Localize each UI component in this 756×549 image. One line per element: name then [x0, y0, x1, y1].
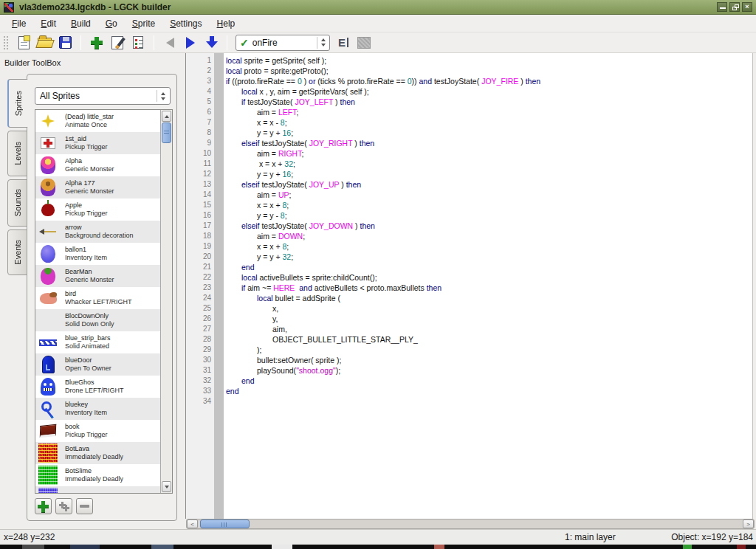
- sprite-list-item[interactable]: BlocDownOnlySolid Down Only: [35, 309, 160, 331]
- scroll-down-button[interactable]: [162, 481, 171, 492]
- code-line: x,: [224, 303, 752, 314]
- code-line: y,: [224, 314, 752, 324]
- sprite-icon-key: [38, 398, 58, 419]
- sprite-icon-book: [38, 421, 58, 441]
- edit-page-icon: [111, 36, 123, 49]
- event-script-selector[interactable]: ✓ onFire: [236, 35, 330, 51]
- sprite-type: Drone LEFT/RIGHT: [65, 387, 124, 395]
- sprite-list-item[interactable]: ApplePickup Trigger: [35, 198, 160, 221]
- add-sprite-button-panel[interactable]: [35, 498, 52, 514]
- restore-button[interactable]: [729, 2, 740, 12]
- hscrollbar-thumb[interactable]: [200, 519, 250, 528]
- sprite-list-item[interactable]: birdWhacker LEFT/RIGHT: [35, 287, 160, 309]
- line-number: 17: [186, 221, 211, 231]
- sprite-rows: (Dead) little_starAnimate Once1st_aidPic…: [35, 110, 160, 494]
- menu-file[interactable]: File: [4, 16, 33, 31]
- save-button[interactable]: [56, 34, 74, 52]
- sprite-list-item[interactable]: BotLavaImmediately Deadly: [35, 442, 160, 464]
- sprite-list-item[interactable]: bluekeyInventory Item: [35, 398, 160, 420]
- code-line: aim = UP;: [224, 190, 752, 200]
- back-button[interactable]: [161, 34, 179, 52]
- spinner-icon[interactable]: [157, 90, 165, 102]
- line-number: 33: [186, 386, 211, 396]
- list-icon: [133, 36, 143, 49]
- sprite-list-item[interactable]: ballon1Inventory Item: [35, 243, 160, 265]
- line-number: 2: [186, 66, 211, 76]
- sprite-list-item[interactable]: bookPickup Trigger: [35, 420, 160, 442]
- add-sprite-button[interactable]: [88, 34, 106, 52]
- tab-label: Levels: [13, 142, 22, 165]
- sprite-list-scrollbar[interactable]: [160, 110, 172, 493]
- run-button[interactable]: [182, 34, 199, 52]
- menu-bar: FileEditBuildGoSpriteSettingsHelp: [0, 15, 756, 32]
- sprite-list-item[interactable]: Alpha 177Generic Monster: [35, 176, 160, 198]
- sprite-list-item[interactable]: 1st_aidPickup Trigger: [35, 132, 160, 154]
- tab-sprites[interactable]: Sprites: [7, 79, 28, 128]
- line-number: 19: [186, 241, 211, 252]
- menu-sprite[interactable]: Sprite: [125, 16, 162, 31]
- levels-list-button[interactable]: [129, 34, 147, 52]
- tab-label: Sounds: [13, 189, 22, 216]
- sprite-icon-balloon: [38, 244, 58, 264]
- fold-margin: [214, 53, 224, 519]
- line-number: 18: [186, 231, 211, 241]
- sprite-list-item[interactable]: BotSlimeImmediately Deadly: [35, 464, 160, 486]
- sprite-name: bird: [65, 290, 132, 298]
- scroll-left-button[interactable]: <: [187, 519, 198, 528]
- menu-go[interactable]: Go: [98, 16, 125, 31]
- new-file-button[interactable]: [15, 34, 32, 52]
- line-number: 26: [186, 314, 211, 324]
- scrollbar-thumb[interactable]: [162, 122, 171, 143]
- sprite-type: Pickup Trigger: [65, 431, 108, 439]
- sprite-list-item[interactable]: blueDoorOpen To Owner: [35, 353, 160, 376]
- scroll-up-button[interactable]: [162, 111, 171, 122]
- sprite-list-item[interactable]: (Dead) little_starAnimate Once: [35, 110, 160, 132]
- line-number: 22: [186, 272, 211, 283]
- open-file-button[interactable]: [35, 34, 53, 52]
- title-bar[interactable]: vla3demo234.lgckdb - LGCK builder ×: [0, 0, 756, 15]
- taskbar-strip: [0, 545, 756, 549]
- menu-edit[interactable]: Edit: [33, 16, 63, 31]
- events-editor-button[interactable]: E: [334, 34, 352, 52]
- app-icon: [4, 2, 14, 13]
- code-line: OBJECT_BULLET_LITTLE_STAR__PLY_: [224, 334, 752, 345]
- menu-build[interactable]: Build: [63, 16, 98, 31]
- sprite-list-item[interactable]: arrowBackground decoration: [35, 221, 160, 243]
- sprite-icon-monster-tan: [38, 177, 58, 198]
- sprite-list-item[interactable]: BlueGhosDrone LEFT/RIGHT: [35, 376, 160, 398]
- sprite-type: Background decoration: [65, 232, 134, 240]
- sprite-name: Alpha: [65, 157, 114, 165]
- clone-sprite-button[interactable]: [55, 498, 72, 514]
- menu-help[interactable]: Help: [210, 16, 243, 31]
- scroll-right-button[interactable]: >: [743, 519, 754, 528]
- sprite-type: Generic Monster: [65, 276, 114, 284]
- sprite-list-item[interactable]: BotWater: [35, 486, 160, 494]
- tab-events[interactable]: Events: [7, 229, 27, 275]
- line-numbers: 1234567891011121314151617181920212223242…: [186, 55, 211, 407]
- code-line: );: [224, 345, 752, 355]
- sprite-filter-dropdown[interactable]: All Sprites: [35, 87, 171, 105]
- sprite-list-item[interactable]: BearManGeneric Monster: [35, 265, 160, 287]
- remove-sprite-button[interactable]: [76, 498, 93, 514]
- save-floppy-icon: [59, 36, 72, 49]
- sprite-list-item[interactable]: blue_strip_barsSolid Animated: [35, 331, 160, 353]
- menu-settings[interactable]: Settings: [162, 16, 209, 31]
- tab-sounds[interactable]: Sounds: [7, 179, 27, 227]
- code-line: end: [224, 386, 752, 396]
- editor-hscrollbar[interactable]: < >: [186, 519, 755, 529]
- script-editor[interactable]: 1234567891011121314151617181920212223242…: [185, 53, 753, 519]
- tab-levels[interactable]: Levels: [7, 131, 27, 176]
- code-line: x = x + 8;: [224, 200, 752, 210]
- code-line: if ((proto.fireRate == 0 ) or (ticks % p…: [224, 76, 752, 86]
- toolbar-grip[interactable]: [3, 35, 8, 50]
- sprite-list-item[interactable]: AlphaGeneric Monster: [35, 154, 160, 176]
- plus-icon: [38, 501, 49, 512]
- close-button[interactable]: ×: [742, 2, 752, 12]
- minimize-button[interactable]: [717, 2, 727, 12]
- code-line: local activeBullets = sprite:childCount(…: [224, 272, 752, 283]
- spinner-icon[interactable]: [317, 37, 326, 49]
- download-button[interactable]: [202, 34, 220, 52]
- line-number: 12: [186, 169, 211, 179]
- sprite-type: Immediately Deadly: [65, 475, 123, 483]
- edit-button[interactable]: [109, 34, 126, 52]
